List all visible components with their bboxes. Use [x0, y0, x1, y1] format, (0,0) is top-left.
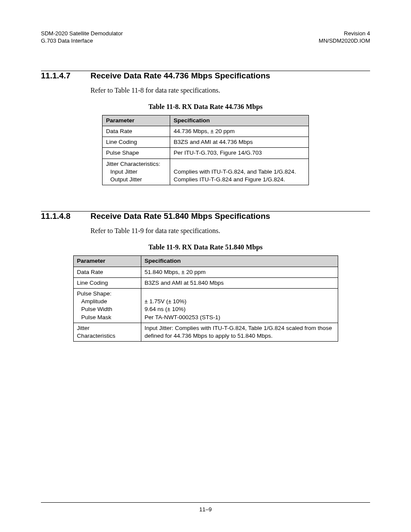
table-row: Jitter Characteristics Input Jitter: Com… [73, 323, 338, 341]
table-row: Data Rate 44.736 Mbps, ± 20 ppm [103, 126, 309, 137]
table-11-8: Parameter Specification Data Rate 44.736… [102, 115, 309, 186]
param-line: Pulse Shape: [77, 290, 112, 297]
cell-parameter: Line Coding [73, 277, 141, 288]
param-line: Pulse Mask [77, 314, 137, 321]
spec-line: ± 1.75V (± 10%) [145, 298, 187, 305]
cell-specification: Input Jitter: Complies with ITU-T-G.824,… [141, 323, 338, 341]
cell-parameter: Jitter Characteristics [73, 323, 141, 341]
section-number: 11.1.4.7 [41, 71, 90, 81]
section-title: Receive Data Rate 51.840 Mbps Specificat… [90, 212, 270, 221]
header-left: SDM-2020 Satellite Demodulator G.703 Dat… [41, 30, 123, 45]
header-left-line2: G.703 Data Interface [41, 37, 123, 45]
cell-parameter: Pulse Shape [103, 148, 170, 159]
table-11-9: Parameter Specification Data Rate 51.840… [73, 255, 338, 342]
header-right-line1: Revision 4 [319, 30, 370, 37]
table-caption: Table 11-8. RX Data Rate 44.736 Mbps [41, 103, 370, 111]
spec-line: Complies ITU-T-G.824 and Figure 1/G.824. [174, 176, 285, 183]
param-line: Pulse Width [77, 305, 137, 313]
table-row: Jitter Characteristics: Input Jitter Out… [103, 159, 309, 185]
table-row: Pulse Shape Per ITU-T-G.703, Figure 14/G… [103, 148, 309, 159]
cell-specification: 51.840 Mbps, ± 20 ppm [141, 267, 338, 277]
param-line: Jitter [77, 325, 90, 331]
cell-parameter: Data Rate [103, 126, 170, 137]
th-parameter: Parameter [73, 256, 141, 267]
header-left-line1: SDM-2020 Satellite Demodulator [41, 30, 123, 37]
header-right-line2: MN/SDM2020D.IOM [319, 37, 370, 45]
th-parameter: Parameter [103, 115, 170, 126]
param-line: Input Jitter [106, 168, 166, 176]
th-specification: Specification [141, 256, 338, 267]
section-number: 11.1.4.8 [41, 212, 90, 221]
th-specification: Specification [170, 115, 309, 126]
cell-parameter: Pulse Shape: Amplitude Pulse Width Pulse… [73, 288, 141, 323]
section-heading: 11.1.4.8 Receive Data Rate 51.840 Mbps S… [41, 212, 370, 221]
section-intro: Refer to Table 11-8 for data rate specif… [90, 87, 370, 94]
page-number: 11–9 [41, 506, 370, 513]
param-line: Jitter Characteristics: [106, 161, 160, 167]
param-line: Output Jitter [106, 176, 166, 184]
spec-line: 9.64 ns (± 10%) [145, 306, 186, 312]
section-heading: 11.1.4.7 Receive Data Rate 44.736 Mbps S… [41, 71, 370, 81]
cell-specification: Per ITU-T-G.703, Figure 14/G.703 [170, 148, 309, 159]
table-row: Line Coding B3ZS and AMI at 51.840 Mbps [73, 277, 338, 288]
param-line: Amplitude [77, 298, 137, 305]
section-11-1-4-8: 11.1.4.8 Receive Data Rate 51.840 Mbps S… [41, 211, 370, 342]
cell-specification: Complies with ITU-T-G.824, and Table 1/G… [170, 159, 309, 185]
table-row: Pulse Shape: Amplitude Pulse Width Pulse… [73, 288, 338, 323]
spec-line: Complies with ITU-T-G.824, and Table 1/G… [174, 168, 296, 175]
table-row: Line Coding B3ZS and AMI at 44.736 Mbps [103, 137, 309, 148]
table-header-row: Parameter Specification [103, 115, 309, 126]
page: SDM-2020 Satellite Demodulator G.703 Dat… [0, 0, 411, 532]
param-line: Characteristics [77, 333, 115, 339]
cell-specification: 44.736 Mbps, ± 20 ppm [170, 126, 309, 137]
table-caption: Table 11-9. RX Data Rate 51.840 Mbps [41, 243, 370, 251]
footer-rule [41, 502, 370, 503]
cell-specification: B3ZS and AMI at 51.840 Mbps [141, 277, 338, 288]
section-11-1-4-7: 11.1.4.7 Receive Data Rate 44.736 Mbps S… [41, 71, 370, 186]
section-title: Receive Data Rate 44.736 Mbps Specificat… [90, 71, 270, 81]
cell-specification: B3ZS and AMI at 44.736 Mbps [170, 137, 309, 148]
page-footer: 11–9 [41, 502, 370, 513]
table-row: Data Rate 51.840 Mbps, ± 20 ppm [73, 267, 338, 277]
table-header-row: Parameter Specification [73, 256, 338, 267]
cell-specification: ± 1.75V (± 10%) 9.64 ns (± 10%) Per TA-N… [141, 288, 338, 323]
header-right: Revision 4 MN/SDM2020D.IOM [319, 30, 370, 45]
cell-parameter: Data Rate [73, 267, 141, 277]
spec-line: Per TA-NWT-000253 (STS-1) [145, 314, 221, 320]
cell-parameter: Jitter Characteristics: Input Jitter Out… [103, 159, 170, 185]
cell-parameter: Line Coding [103, 137, 170, 148]
section-intro: Refer to Table 11-9 for data rate specif… [90, 227, 370, 235]
page-header: SDM-2020 Satellite Demodulator G.703 Dat… [41, 30, 370, 45]
